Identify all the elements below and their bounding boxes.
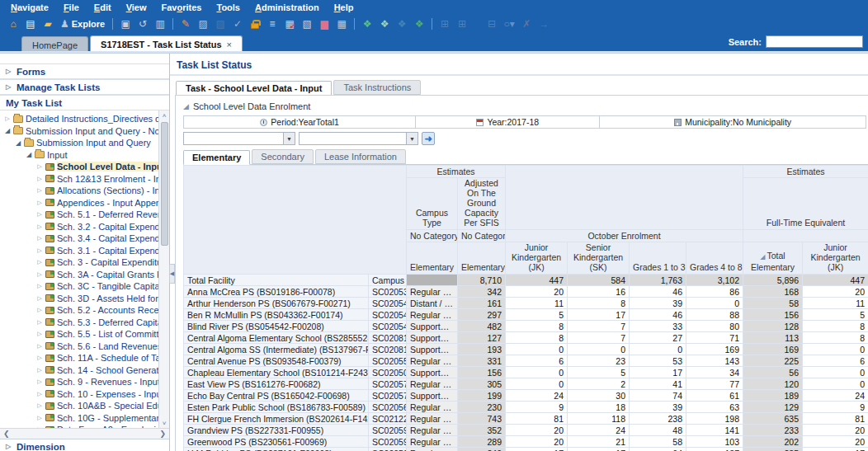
form-tab-elementary[interactable]: Elementary [183, 150, 250, 165]
tree-item-sch-10-expenses-input[interactable]: ▷Sch. 10 - Expenses - Input [0, 388, 158, 401]
sidebar-section-dimension[interactable]: ▷ Dimension [0, 439, 169, 451]
pov-municipality[interactable]: Municipality:No Municipality [599, 115, 866, 129]
menu-tools[interactable]: Tools [209, 2, 248, 13]
small-grid-icon[interactable]: ⊟ [484, 16, 500, 31]
tree-item-sch-3-2-capital-expenditures-ca[interactable]: ▷Sch. 3.2 - Capital Expenditures - Ca [0, 221, 158, 233]
grades-4-8-cell[interactable]: 63 [686, 402, 743, 413]
tree-expand-icon[interactable]: ▷ [36, 176, 43, 182]
grades-4-8-cell[interactable]: 137 [686, 448, 743, 451]
drill-up-icon[interactable]: ❖ [376, 16, 393, 31]
campus-type-cell[interactable]: Regular / Ordina... [407, 378, 458, 390]
sidebar-section-forms[interactable]: ▷ Forms [0, 63, 169, 79]
grades-4-8-cell[interactable]: 88 [686, 309, 743, 321]
home-icon[interactable]: ⌂ [5, 16, 21, 31]
tree-vertical-scrollbar[interactable]: ˄ ˅ [158, 110, 169, 428]
sk-enrolment-cell[interactable]: 16 [568, 286, 630, 298]
tree-expand-icon[interactable]: ▷ [36, 378, 43, 385]
document-tab-homepage[interactable]: HomePage [21, 36, 88, 51]
tree-item-sch-14-school-generated-funds-[interactable]: ▷Sch. 14 - School Generated Funds - [0, 364, 158, 377]
grades-1-3-cell[interactable]: 48 [630, 425, 686, 436]
jk-enrolment-cell[interactable]: 0 [506, 367, 568, 378]
menu-file[interactable]: File [56, 2, 87, 13]
tree-expand-icon[interactable]: ▷ [36, 283, 43, 289]
tree-expand-icon[interactable]: ▷ [36, 402, 43, 409]
tree-item-submission-input-and-query[interactable]: ◢Submission Input and Query [0, 137, 158, 149]
tree-expand-icon[interactable]: ▷ [36, 163, 43, 170]
tree-expand-icon[interactable]: ▷ [36, 271, 43, 278]
sk-enrolment-cell[interactable]: 21 [568, 436, 630, 448]
sk-enrolment-cell[interactable]: 118 [568, 413, 630, 425]
edit-pencil-icon[interactable]: ✎ [177, 16, 194, 31]
campus-type-cell[interactable]: Supported / App... [407, 367, 458, 378]
campus-type-cell[interactable]: Supported / App... [407, 321, 458, 332]
tree-item-sch-10g-supplementary-informat[interactable]: ▷Sch. 10G - Supplementary Informat [0, 412, 158, 425]
scrollbar-thumb[interactable] [161, 122, 168, 246]
explore-icon[interactable]: ♟Explore [57, 16, 108, 31]
tab-task-instructions[interactable]: Task Instructions [333, 80, 421, 95]
tree-item-sch-3d-assets-held-for-sale-inp[interactable]: ▷Sch. 3D - Assets Held for Sale - Inp [0, 293, 158, 305]
grades-4-8-cell[interactable]: 169 [686, 344, 743, 355]
menu-edit[interactable]: Edit [87, 2, 119, 13]
document-tab-s1718est-task-list-status[interactable]: S1718EST - Task List Status× [90, 35, 243, 51]
jk-fte-cell[interactable]: 24 [803, 390, 868, 402]
scroll-left-icon[interactable]: ❮ [3, 430, 10, 438]
sk-enrolment-cell[interactable]: 7 [568, 321, 630, 332]
grades-4-8-cell[interactable]: 103 [686, 436, 743, 448]
drill-down-icon[interactable]: ❖ [359, 16, 375, 31]
grades-4-8-cell[interactable]: 86 [686, 286, 743, 298]
grid-check-icon[interactable]: ▦ [281, 16, 298, 31]
tree-item-submission-input-and-query-non-fs-soumi[interactable]: ◢Submission Input and Query - Non-FS_Sou… [0, 125, 158, 138]
tree-expand-icon[interactable]: ▷ [36, 307, 43, 313]
jk-fte-cell[interactable]: 8 [803, 332, 868, 344]
campus-type-cell[interactable]: Regular / Ordina... [407, 448, 458, 451]
tree-expand-icon[interactable]: ▷ [36, 343, 43, 350]
search-input[interactable] [766, 35, 863, 48]
tree-item-school-level-data-input[interactable]: ▷School Level Data - Input [0, 161, 158, 173]
jk-fte-cell[interactable]: 20 [803, 436, 868, 448]
grades-4-8-cell[interactable]: 34 [686, 367, 743, 378]
tree-expand-icon[interactable]: ▷ [36, 331, 43, 337]
grades-4-8-cell[interactable]: 71 [686, 332, 743, 344]
jk-fte-cell[interactable]: 8 [803, 321, 868, 332]
menu-administration[interactable]: Administration [248, 2, 327, 13]
tree-expand-icon[interactable]: ▷ [36, 200, 43, 206]
grades-4-8-cell[interactable]: 198 [686, 413, 743, 425]
sk-enrolment-cell[interactable]: 17 [568, 309, 630, 321]
campus-type-cell[interactable]: Regular / Ordina... [407, 355, 458, 367]
sk-enrolment-cell[interactable]: 17 [568, 448, 630, 451]
sk-enrolment-cell[interactable]: 23 [568, 355, 630, 367]
sidebar-section-manage-task-lists[interactable]: ▷ Manage Task Lists [0, 79, 169, 95]
grades-1-3-cell[interactable]: 46 [630, 309, 686, 321]
jk-enrolment-cell[interactable]: 8 [506, 332, 568, 344]
zoom-select-icon[interactable]: ○▾ [501, 16, 517, 31]
sidebar-section-my-task-list[interactable]: My Task List [0, 95, 169, 110]
jk-enrolment-cell[interactable]: 81 [506, 413, 568, 425]
sk-enrolment-cell[interactable]: 30 [568, 390, 630, 402]
grades-4-8-cell[interactable]: 141 [686, 425, 743, 436]
jk-fte-cell[interactable]: 20 [803, 286, 868, 298]
tree-expand-icon[interactable]: ▷ [36, 223, 43, 230]
campus-type-cell[interactable]: Supported / App... [407, 390, 458, 402]
tree-collapse-icon[interactable]: ◢ [15, 139, 21, 147]
tree-expand-icon[interactable]: ▷ [36, 391, 43, 397]
tree-item-sch-12-13-enrolment-input[interactable]: ▷Sch 12&13 Enrolment - Input [0, 173, 158, 186]
print-icon[interactable]: ▥ [152, 16, 168, 31]
sk-enrolment-cell[interactable]: 0 [568, 344, 630, 355]
tab-close-icon[interactable]: × [227, 40, 232, 49]
tree-item-sch-5-1-deferred-revenue-input[interactable]: ▷Sch. 5.1 - Deferred Revenue - Input [0, 209, 158, 221]
menu-view[interactable]: View [119, 2, 154, 13]
scroll-up-icon[interactable]: ˄ [163, 110, 167, 120]
tree-item-sch-3-4-capital-expenditures-det[interactable]: ▷Sch. 3.4 - Capital Expenditures Det [0, 233, 158, 245]
refresh-icon[interactable]: ↺ [134, 16, 151, 31]
jk-enrolment-cell[interactable]: 20 [506, 436, 568, 448]
collapse-triangle-icon[interactable]: ◢ [760, 253, 765, 261]
jk-enrolment-cell[interactable]: 0 [506, 344, 568, 355]
lock-icon[interactable] [247, 16, 263, 31]
grades-1-3-cell[interactable]: 27 [630, 332, 686, 344]
scroll-down-icon[interactable]: ˅ [163, 418, 167, 428]
tree-item-sch-9-revenues-input[interactable]: ▷Sch. 9 - Revenues - Input [0, 376, 158, 388]
tree-expand-icon[interactable]: ▷ [36, 187, 43, 194]
sk-enrolment-cell[interactable]: 2 [568, 378, 630, 390]
go-button[interactable]: ➜ [422, 132, 435, 145]
jk-enrolment-cell[interactable]: 24 [506, 390, 568, 402]
